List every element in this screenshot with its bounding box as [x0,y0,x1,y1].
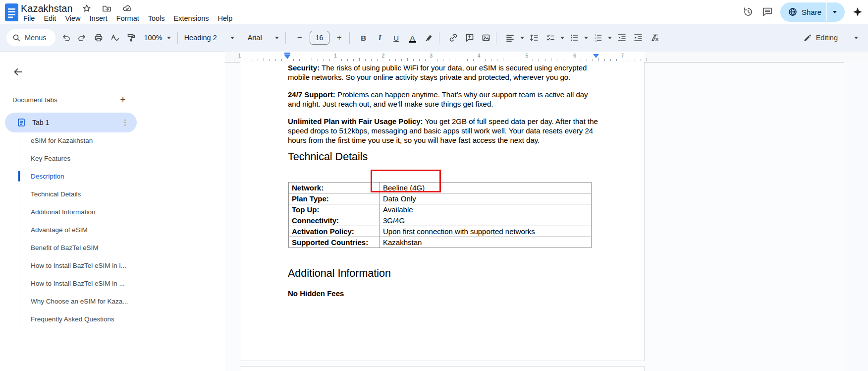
ruler-number: 4 [478,53,481,59]
comments-icon[interactable] [761,5,774,18]
highlight-color-icon[interactable] [423,31,435,44]
undo-icon[interactable] [59,31,72,44]
menu-view[interactable]: View [60,13,85,23]
docs-logo-icon[interactable] [5,3,18,21]
add-tab-button[interactable]: + [116,93,129,106]
version-history-icon[interactable] [742,5,755,18]
redo-icon[interactable] [76,31,89,44]
heading-technical-details: Technical Details [288,151,368,163]
italic-icon[interactable]: I [374,31,386,44]
menu-insert[interactable]: Insert [85,13,112,23]
underline-icon[interactable]: U [390,31,403,44]
outline-item[interactable]: eSIM for Kazakhstan [31,131,160,149]
decrease-indent-icon[interactable] [615,31,628,44]
outline-item-active[interactable]: Description [31,167,160,185]
outline-item[interactable]: Frequently Asked Questions [31,310,160,328]
menu-file[interactable]: File [19,13,39,23]
document-title[interactable]: Kazakhstan [21,3,73,14]
toolbar: Menus 100% Heading 2 Arial − 16 [0,24,868,52]
checklist-icon[interactable] [544,31,557,44]
svg-text:3: 3 [595,39,597,43]
document-canvas: 11234567 Security: The risks of using pu… [225,52,868,371]
outline-item[interactable]: Why Choose an eSIM for Kaza... [31,292,160,310]
right-indent-marker[interactable] [593,54,599,58]
paragraph-style-control[interactable]: Heading 2 [181,34,237,42]
outline-item[interactable]: Key Features [31,149,160,167]
menubar: File Edit View Insert Format Tools Exten… [19,13,237,23]
insert-image-icon[interactable] [480,31,492,44]
page-2[interactable] [240,366,645,371]
ruler-number: 7 [621,53,624,59]
align-icon[interactable] [504,31,517,44]
document-tabs-title: Document tabs [12,96,57,104]
font-size-field[interactable]: 16 [310,31,329,45]
tab-label: Tab 1 [32,119,121,126]
share-button[interactable]: Share [780,2,845,22]
font-dropdown-icon [275,37,279,39]
menu-edit[interactable]: Edit [39,13,60,23]
spell-check-icon[interactable] [108,31,121,44]
page-1[interactable]: Security: The risks of using public WiFi… [240,62,645,361]
zoom-control[interactable]: 100% [141,34,174,42]
table-row: Network:Beeline (4G) [289,183,592,193]
numbered-list-dropdown-icon[interactable] [608,37,612,39]
add-comment-icon[interactable] [463,31,476,44]
font-size-increase-button[interactable]: + [333,31,346,44]
font-size-decrease-button[interactable]: − [293,31,306,44]
left-indent-marker[interactable] [284,55,290,59]
outline-item[interactable]: How to Install BazTel eSIM in ... [31,274,160,292]
scroll-gutter[interactable] [844,62,868,371]
table-row: Top Up:Available [289,204,592,215]
print-icon[interactable] [92,31,105,44]
menu-tools[interactable]: Tools [144,13,169,23]
clear-formatting-icon[interactable] [648,31,661,44]
align-dropdown-icon[interactable] [520,37,524,39]
back-arrow-icon[interactable] [9,63,27,81]
increase-indent-icon[interactable] [632,31,645,44]
outline-item[interactable]: Technical Details [31,185,160,203]
ruler-number: 3 [430,53,433,59]
menu-format[interactable]: Format [112,13,144,23]
menus-search-button[interactable]: Menus [6,29,55,46]
tab-document-icon [17,118,26,127]
heading-additional-information: Additional Information [288,267,391,280]
paragraph-security: Security: The risks of using public WiFi… [288,63,599,82]
ruler-number: 5 [525,53,528,59]
text-color-icon[interactable]: A [406,31,419,44]
outline-indent-guide [20,134,20,326]
editing-mode-label: Editing [816,34,838,42]
outline-item[interactable]: Advantage of eSIM [31,221,160,239]
menu-help[interactable]: Help [214,13,237,23]
horizontal-ruler[interactable]: 11234567 [225,52,868,62]
ruler-number: 1 [238,53,241,59]
menu-extensions[interactable]: Extensions [169,13,214,23]
outline-item[interactable]: How to Install BazTel eSIM in i... [31,256,160,274]
bold-icon[interactable]: B [357,31,370,44]
font-control[interactable]: Arial [245,34,282,42]
paragraph-style-value: Heading 2 [184,34,226,42]
share-dropdown-icon[interactable] [827,11,843,13]
outline-item[interactable]: Benefit of BazTel eSIM [31,239,160,256]
checklist-dropdown-icon[interactable] [560,37,564,39]
editing-mode-control[interactable]: Editing [800,24,861,52]
ruler-number: 1 [334,53,337,59]
ruler-number: 6 [573,53,576,59]
gemini-sparkle-icon[interactable] [851,5,864,18]
bulleted-list-icon[interactable] [568,31,581,44]
numbered-list-icon[interactable]: 123 [592,31,604,44]
bulleted-list-dropdown-icon[interactable] [584,37,588,39]
zoom-dropdown-icon [167,37,171,39]
first-line-indent-marker[interactable] [284,53,290,55]
tab-1-item[interactable]: Tab 1 ⋮ [5,113,137,132]
editing-dropdown-icon[interactable] [854,37,858,39]
table-row: Supported Countries:Kazakhstan [289,237,592,248]
paint-format-icon[interactable] [125,31,138,44]
pencil-icon [803,34,812,42]
line-spacing-icon[interactable] [528,31,541,44]
insert-link-icon[interactable] [447,31,460,44]
tab-options-icon[interactable]: ⋮ [121,118,129,127]
font-name-value: Arial [248,34,271,42]
outline-item[interactable]: Additional Information [31,203,160,221]
table-row: Plan Type:Data Only [289,193,592,204]
style-dropdown-icon [230,37,234,39]
